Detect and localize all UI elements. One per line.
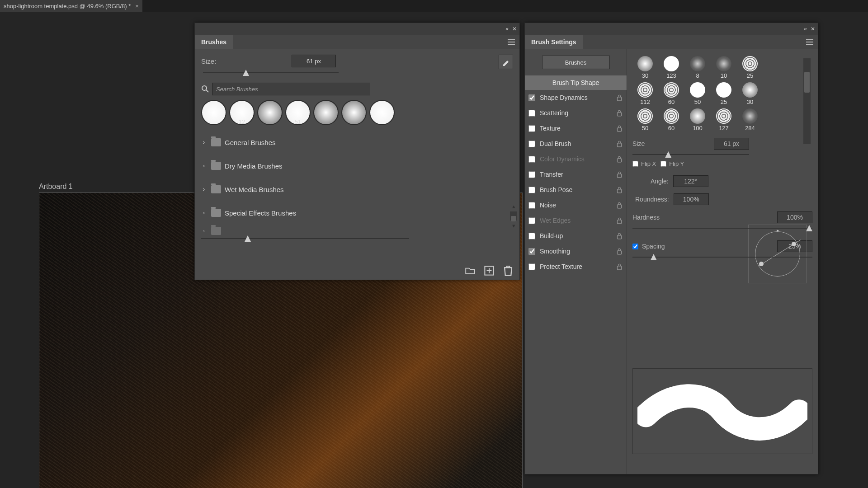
settings-option[interactable]: Texture — [525, 121, 627, 136]
brush-tip[interactable]: 112 — [632, 80, 658, 105]
settings-option[interactable]: Protect Texture — [525, 259, 627, 274]
roundness-input[interactable]: 100% — [674, 193, 709, 205]
option-checkbox[interactable] — [528, 156, 535, 163]
recent-brush[interactable] — [341, 100, 367, 125]
tab-brush-settings[interactable]: Brush Settings — [525, 35, 583, 49]
size-slider[interactable] — [203, 69, 339, 76]
lock-icon[interactable] — [616, 94, 623, 101]
svg-point-0 — [202, 86, 207, 90]
document-tab[interactable]: shop-lightroom template.psd @ 49.6% (RGB… — [0, 0, 142, 12]
settings-option[interactable]: Scattering — [525, 105, 627, 121]
option-checkbox[interactable] — [528, 141, 535, 147]
option-checkbox[interactable] — [528, 233, 535, 239]
close-icon[interactable]: × — [135, 3, 139, 9]
option-checkbox[interactable] — [528, 94, 535, 101]
chevron-up-icon[interactable]: ▴ — [512, 203, 515, 210]
flip-y-checkbox[interactable]: Flip Y — [660, 160, 684, 167]
settings-option[interactable]: Dual Brush — [525, 136, 627, 151]
recent-brush[interactable] — [313, 100, 339, 125]
brush-tip[interactable]: 10 — [711, 54, 736, 79]
new-preset-button[interactable] — [484, 266, 494, 276]
option-checkbox[interactable] — [528, 248, 535, 255]
option-checkbox[interactable] — [528, 202, 535, 209]
tab-brushes[interactable]: Brushes — [195, 35, 233, 49]
chevron-down-icon[interactable]: ▾ — [512, 222, 515, 229]
new-brush-button[interactable] — [499, 55, 513, 69]
lock-icon[interactable] — [616, 186, 623, 193]
brush-tip[interactable]: 60 — [659, 106, 684, 131]
option-checkbox[interactable] — [528, 171, 535, 178]
recent-brush[interactable] — [201, 100, 226, 125]
hardness-slider[interactable] — [632, 225, 812, 231]
recent-brush[interactable] — [257, 100, 283, 125]
brush-tip[interactable]: 50 — [632, 106, 658, 131]
recent-brush[interactable]: 51 — [285, 100, 311, 125]
brush-folder[interactable]: ›Dry Media Brushes — [201, 154, 513, 178]
brush-tip[interactable]: 25 — [737, 54, 763, 79]
brush-tip[interactable]: 50 — [685, 80, 710, 105]
settings-option[interactable]: Transfer — [525, 167, 627, 182]
option-checkbox[interactable] — [528, 125, 535, 132]
roundness-label: Roundness: — [635, 196, 669, 203]
size-slider[interactable] — [632, 151, 749, 158]
brush-tip-shape-section[interactable]: Brush Tip Shape — [525, 75, 627, 90]
brush-tip[interactable]: 8 — [685, 54, 710, 79]
flip-x-checkbox[interactable]: Flip X — [632, 160, 656, 167]
size-input[interactable]: 61 px — [292, 55, 336, 67]
brush-tip[interactable]: 30 — [737, 80, 763, 105]
collapse-icon[interactable]: « — [804, 26, 807, 32]
recent-brush[interactable]: 12 — [229, 100, 255, 125]
brush-folder[interactable]: ›General Brushes — [201, 131, 513, 154]
lock-icon[interactable] — [616, 232, 623, 239]
tip-size-label: 100 — [693, 125, 703, 131]
delete-button[interactable] — [503, 266, 513, 276]
settings-option[interactable]: Wet Edges — [525, 213, 627, 228]
hardness-input[interactable]: 100% — [777, 211, 812, 223]
panel-menu-icon[interactable] — [503, 39, 519, 45]
lock-icon[interactable] — [616, 217, 623, 224]
settings-option[interactable]: Noise — [525, 197, 627, 213]
lock-icon[interactable] — [616, 248, 623, 255]
option-checkbox[interactable] — [528, 110, 535, 117]
brush-tip[interactable]: 60 — [659, 80, 684, 105]
settings-option[interactable]: Brush Pose — [525, 182, 627, 197]
close-panel-icon[interactable]: ✕ — [512, 26, 517, 32]
option-checkbox[interactable] — [528, 187, 535, 193]
spacing-slider[interactable] — [632, 254, 812, 260]
scrollbar[interactable]: ▴ ▾ — [509, 203, 518, 229]
size-value[interactable]: 61 px — [714, 138, 749, 150]
brush-tip[interactable]: 284 — [737, 106, 763, 131]
settings-option[interactable]: Color Dynamics — [525, 151, 627, 167]
panel-menu-icon[interactable] — [802, 39, 818, 45]
thumbnail-size-slider[interactable] — [201, 235, 409, 242]
search-input[interactable]: Search Brushes — [212, 83, 370, 95]
lock-icon[interactable] — [616, 109, 623, 117]
spacing-checkbox[interactable]: Spacing — [632, 243, 665, 250]
brush-tip[interactable]: 123 — [659, 54, 684, 79]
brush-folder[interactable]: ›Wet Media Brushes — [201, 178, 513, 201]
load-brushes-button[interactable] — [465, 266, 475, 276]
tip-size-label: 10 — [721, 72, 727, 79]
lock-icon[interactable] — [616, 171, 623, 178]
brush-tip[interactable]: 25 — [711, 80, 736, 105]
option-checkbox[interactable] — [528, 263, 535, 270]
brush-tip[interactable]: 127 — [711, 106, 736, 131]
settings-option[interactable]: Build-up — [525, 228, 627, 244]
option-checkbox[interactable] — [528, 217, 535, 224]
recent-brush[interactable] — [369, 100, 395, 125]
settings-option[interactable]: Smoothing — [525, 244, 627, 259]
lock-icon[interactable] — [616, 140, 623, 147]
panel-tabs: Brushes — [195, 35, 519, 49]
brush-tip[interactable]: 30 — [632, 54, 658, 79]
collapse-icon[interactable]: « — [505, 26, 509, 32]
brushes-button[interactable]: Brushes — [542, 56, 610, 69]
lock-icon[interactable] — [616, 125, 623, 132]
lock-icon[interactable] — [616, 202, 623, 209]
brush-tip[interactable]: 100 — [685, 106, 710, 131]
lock-icon[interactable] — [616, 263, 623, 270]
angle-input[interactable]: 122° — [673, 175, 708, 187]
brush-folder[interactable]: ›Special Effects Brushes — [201, 201, 513, 225]
settings-option[interactable]: Shape Dynamics — [525, 90, 627, 105]
close-panel-icon[interactable]: ✕ — [811, 26, 815, 32]
lock-icon[interactable] — [616, 155, 623, 163]
